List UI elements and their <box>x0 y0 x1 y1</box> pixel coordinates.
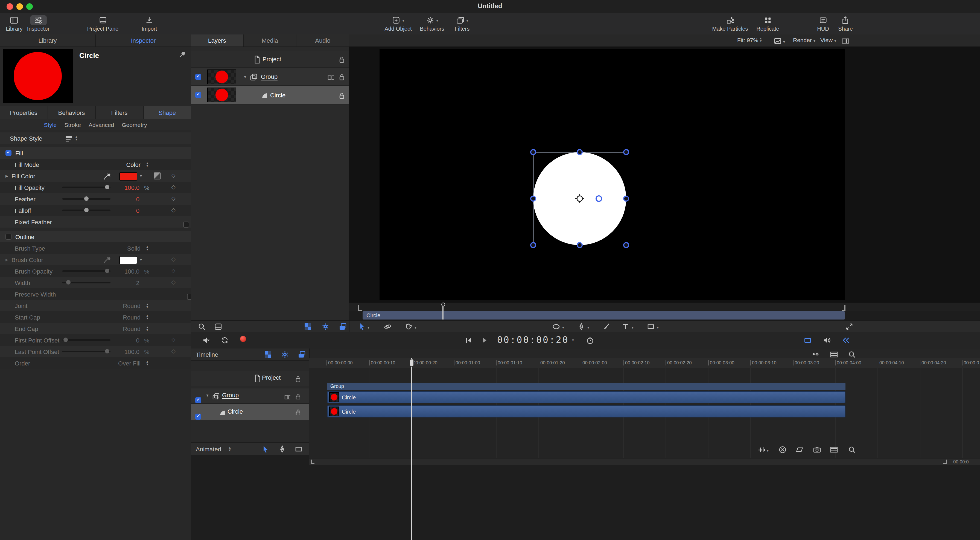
tab-behaviors[interactable]: Behaviors <box>47 106 95 119</box>
circle-visibility-checkbox[interactable] <box>195 413 201 419</box>
fill-color-swatch[interactable] <box>119 172 137 180</box>
track-zoom-button[interactable] <box>848 350 856 358</box>
tl-select-tool[interactable] <box>261 445 269 452</box>
selection-handle-top-right[interactable] <box>623 149 629 155</box>
tab-library[interactable]: Library <box>0 35 95 46</box>
pan-tool[interactable] <box>404 322 417 331</box>
tl-show-filters-button[interactable] <box>298 350 306 358</box>
brush-type-value[interactable]: Solid <box>91 245 140 252</box>
tab-media[interactable]: Media <box>243 35 296 46</box>
fill-color-chevron-icon[interactable] <box>140 172 142 178</box>
lock-icon[interactable] <box>294 392 300 400</box>
canvas-viewport[interactable] <box>349 46 980 303</box>
tab-properties[interactable]: Properties <box>0 106 47 119</box>
eyedropper-icon[interactable] <box>103 256 110 264</box>
fixed-feather-checkbox[interactable] <box>183 221 189 228</box>
snapshot-button[interactable] <box>813 445 821 454</box>
show-filmstrip-button[interactable] <box>830 350 838 358</box>
feather-keyframe-icon[interactable] <box>172 195 175 201</box>
color-options-icon[interactable] <box>154 172 161 180</box>
end-cap-stepper[interactable] <box>146 326 148 331</box>
channels-control[interactable] <box>773 37 785 45</box>
tl-show-masks-button[interactable] <box>264 350 272 358</box>
fill-checkbox[interactable] <box>5 150 11 156</box>
brush-opacity-keyframe-icon[interactable] <box>172 267 175 274</box>
layer-row-circle[interactable]: Circle <box>191 86 349 105</box>
zoom-button[interactable] <box>848 445 856 454</box>
order-stepper[interactable] <box>146 360 148 365</box>
replicate-button[interactable]: Replicate <box>756 15 779 32</box>
order-value[interactable]: Over Fill <box>91 360 140 366</box>
import-button[interactable]: Import <box>142 15 157 32</box>
zoom-level-control[interactable]: Fit: 97% <box>737 37 762 43</box>
timeline-row-circle[interactable]: Circle <box>191 404 309 420</box>
timeline-track-area[interactable]: Group Circle Circle 00:00 <box>309 368 980 540</box>
lock-icon[interactable] <box>294 408 300 415</box>
selection-handle-middle-left[interactable] <box>530 196 536 202</box>
audio-button[interactable] <box>822 336 831 345</box>
selection-handle-top-center[interactable] <box>577 149 583 155</box>
show-filters-button[interactable] <box>339 322 347 330</box>
selection-handle-bottom-right[interactable] <box>623 242 629 248</box>
circle-track-bar[interactable]: Circle <box>327 391 845 403</box>
clear-button[interactable] <box>778 445 786 454</box>
scroll-start-icon[interactable] <box>310 460 315 464</box>
subtab-geometry[interactable]: Geometry <box>122 121 147 128</box>
layers-filter-button[interactable] <box>214 322 222 330</box>
lock-icon[interactable] <box>337 91 345 99</box>
selection-handle-bottom-center[interactable] <box>577 242 583 248</box>
first-point-offset-keyframe-icon[interactable] <box>172 336 175 342</box>
panes-icon[interactable] <box>284 393 290 400</box>
render-menu[interactable]: Render <box>793 37 815 43</box>
disclosure-right-icon[interactable]: ▶ <box>5 174 8 178</box>
mask-tool[interactable] <box>646 322 659 331</box>
animated-stepper[interactable] <box>229 446 231 451</box>
show-mask-layers-button[interactable] <box>304 322 312 330</box>
share-button[interactable]: Share <box>838 15 853 32</box>
play-button[interactable] <box>480 336 488 345</box>
tab-audio[interactable]: Audio <box>296 35 349 46</box>
fill-mode-value[interactable]: Color <box>91 161 140 168</box>
end-cap-value[interactable]: Round <box>91 325 140 332</box>
brush-color-swatch[interactable] <box>119 256 137 264</box>
filters-button[interactable]: Filters <box>455 15 469 32</box>
disclosure-down-icon[interactable]: ▼ <box>205 393 209 397</box>
fill-opacity-keyframe-icon[interactable] <box>172 183 175 190</box>
circle-visibility-checkbox[interactable] <box>195 92 201 98</box>
hud-button[interactable]: HUD <box>817 15 829 32</box>
paint-stroke-tool[interactable] <box>602 322 611 331</box>
tl-show-behaviors-button[interactable] <box>280 350 289 358</box>
show-keyframes-button[interactable] <box>811 350 820 358</box>
mini-timeline-bar[interactable]: Circle <box>363 311 845 320</box>
play-range-end-icon[interactable] <box>842 305 845 311</box>
behaviors-button[interactable]: Behaviors <box>420 15 444 32</box>
timing-display-button[interactable] <box>586 336 595 345</box>
tab-filters[interactable]: Filters <box>95 106 143 119</box>
selection-handle-middle-right[interactable] <box>623 196 629 202</box>
select-transform-tool[interactable] <box>358 322 369 330</box>
layer-row-group[interactable]: ▼ Group <box>191 68 349 86</box>
show-behaviors-button[interactable] <box>321 322 329 330</box>
selection-handle-bottom-left[interactable] <box>530 242 536 248</box>
tl-pen-tool[interactable] <box>278 445 285 452</box>
timecode-chevron-icon[interactable] <box>572 338 574 342</box>
playhead-line[interactable] <box>411 358 412 540</box>
disclosure-right-icon[interactable]: ▶ <box>5 257 8 262</box>
brush-type-stepper[interactable] <box>146 246 148 250</box>
brush-opacity-value[interactable]: 100.0 <box>101 268 140 274</box>
3d-transform-tool[interactable] <box>383 322 392 331</box>
layers-search-button[interactable] <box>197 322 205 330</box>
pin-icon[interactable] <box>178 50 185 58</box>
lock-icon[interactable] <box>337 55 345 63</box>
falloff-value[interactable]: 0 <box>101 207 140 213</box>
last-point-offset-value[interactable]: 100.0 <box>101 348 140 355</box>
group-visibility-checkbox[interactable] <box>195 73 201 80</box>
timeline-collapse-button[interactable] <box>842 336 850 345</box>
lock-icon[interactable] <box>337 73 345 80</box>
timeline-row-group[interactable]: ▼ Group <box>191 389 309 404</box>
outline-checkbox[interactable] <box>5 234 11 240</box>
panes-icon[interactable] <box>327 73 334 80</box>
tab-layers[interactable]: Layers <box>191 35 243 46</box>
group-visibility-checkbox[interactable] <box>195 397 201 403</box>
retime-button[interactable] <box>795 445 803 454</box>
